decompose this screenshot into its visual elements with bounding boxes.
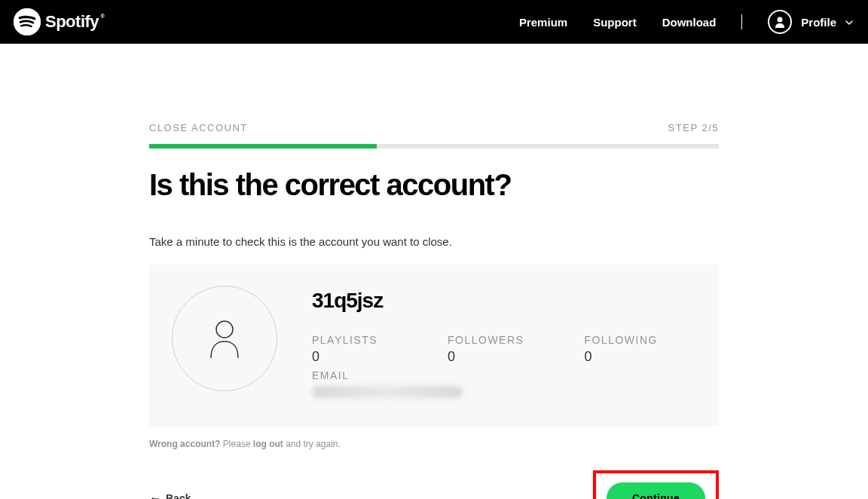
profile-label: Profile: [801, 16, 836, 29]
main-content: CLOSE ACCOUNT STEP 2/5 Is this the corre…: [149, 44, 719, 499]
playlists-label: PLAYLISTS: [312, 334, 387, 346]
chevron-down-icon: [845, 17, 853, 26]
followers-value: 0: [448, 349, 524, 365]
action-row: ← Back Continue: [149, 470, 719, 499]
arrow-left-icon: ←: [149, 491, 161, 499]
spotify-icon: [14, 8, 41, 35]
wrong-account-please: Please: [220, 439, 252, 449]
breadcrumb: CLOSE ACCOUNT: [149, 122, 248, 133]
profile-menu[interactable]: Profile: [768, 10, 853, 34]
stats-row: PLAYLISTS 0 FOLLOWERS 0 FOLLOWING 0: [312, 334, 696, 365]
svg-point-1: [778, 17, 783, 23]
wrong-account-text: Wrong account? Please log out and try ag…: [149, 439, 719, 449]
stat-playlists: PLAYLISTS 0: [312, 334, 387, 365]
nav-divider: [741, 14, 742, 29]
svg-point-2: [216, 321, 233, 338]
breadcrumb-row: CLOSE ACCOUNT STEP 2/5: [149, 122, 719, 133]
stat-following: FOLLOWING 0: [584, 334, 659, 365]
logout-link[interactable]: log out: [253, 439, 283, 449]
continue-button[interactable]: Continue: [607, 482, 705, 499]
account-info: 31q5jsz PLAYLISTS 0 FOLLOWERS 0 FOLLOWIN…: [312, 286, 696, 398]
playlists-value: 0: [312, 349, 387, 365]
account-card: 31q5jsz PLAYLISTS 0 FOLLOWERS 0 FOLLOWIN…: [149, 265, 719, 427]
email-value-redacted: [312, 386, 463, 398]
nav-support[interactable]: Support: [593, 16, 637, 29]
user-avatar: [172, 286, 277, 391]
following-label: FOLLOWING: [584, 334, 659, 346]
step-indicator: STEP 2/5: [668, 122, 719, 133]
nav-download[interactable]: Download: [662, 16, 717, 29]
back-label: Back: [166, 492, 191, 499]
back-button[interactable]: ← Back: [149, 491, 191, 499]
header-nav: Premium Support Download Profile: [519, 10, 853, 34]
page-title: Is this the correct account?: [149, 168, 719, 202]
followers-label: FOLLOWERS: [448, 334, 524, 346]
app-header: Spotify Premium Support Download Profile: [0, 0, 868, 44]
avatar-icon: [768, 10, 792, 34]
following-value: 0: [584, 349, 659, 365]
wrong-account-prefix: Wrong account?: [149, 439, 220, 449]
email-label: EMAIL: [312, 369, 696, 381]
progress-fill: [149, 144, 377, 148]
nav-premium[interactable]: Premium: [519, 16, 567, 29]
spotify-logo[interactable]: Spotify: [14, 8, 99, 35]
page-subtitle: Take a minute to check this is the accou…: [149, 235, 719, 248]
continue-highlight-box: Continue: [593, 470, 719, 499]
spotify-wordmark: Spotify: [45, 12, 99, 32]
progress-bar: [149, 144, 719, 148]
wrong-account-suffix: and try again.: [283, 439, 341, 449]
stat-followers: FOLLOWERS 0: [448, 334, 524, 365]
username: 31q5jsz: [312, 289, 696, 313]
